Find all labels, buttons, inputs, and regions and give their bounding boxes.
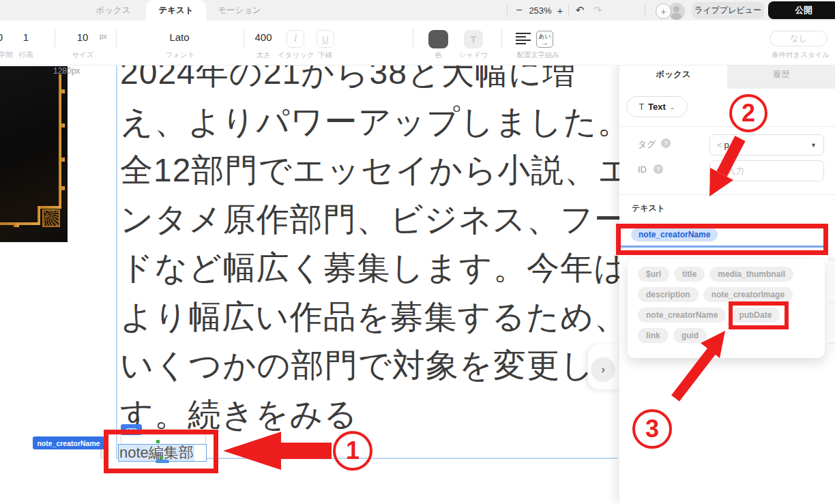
tag-label: タグ (638, 138, 656, 151)
conditional-style-label: 条件付きスタイル (772, 50, 827, 60)
chevron-right-button[interactable]: › (591, 357, 615, 382)
underline-button[interactable]: U (317, 30, 334, 48)
variable-chip[interactable]: guid (673, 328, 707, 343)
paragraph-text-element[interactable]: 2024年の21から38と大幅に増 え、よりパワーアップしました。 全12部門で… (120, 48, 632, 439)
creator-name-badge: note_creatorName (33, 436, 104, 449)
gold-frame-stub (61, 186, 65, 190)
letter-spacing-label: 字間 (0, 50, 14, 60)
panel-collapse-tab: › (588, 344, 619, 389)
font-value[interactable]: Lato (157, 30, 202, 45)
annotation-box-text-input (616, 224, 828, 255)
app-window: 2024年の21から38と大幅に増 え、よりパワーアップしました。 全12部門で… (0, 0, 835, 504)
divider (619, 194, 835, 195)
undo-button[interactable]: ↶ (572, 0, 588, 20)
chevron-down-icon: ⌄ (670, 104, 675, 110)
divider (116, 29, 117, 48)
redo-button[interactable]: ↷ (589, 0, 606, 20)
canvas-width-label: 1280px (53, 66, 80, 76)
text-section-label: テキスト (632, 203, 665, 214)
color-label: 色 (434, 50, 443, 60)
tag-help-icon[interactable]: ? (661, 138, 671, 148)
select-caret-icon: ▼ (810, 142, 817, 149)
italic-label: イタリック (278, 50, 313, 60)
element-type-pill[interactable]: T Text ⌄ (626, 96, 688, 117)
underline-label: 下線 (318, 50, 333, 60)
variable-chip[interactable]: link (638, 328, 669, 343)
gold-frame-stub (61, 89, 65, 93)
gold-frame-stub (61, 123, 65, 128)
kumi-label: 文字組み (529, 50, 561, 60)
tag-select[interactable]: < p ▼ (709, 134, 824, 155)
kumi-arrow-icon: → (542, 40, 548, 46)
divider (507, 4, 508, 16)
text-line: 全12部門でエッセイから小説、エ (120, 146, 632, 195)
divider (413, 29, 413, 48)
element-left-guide (116, 65, 117, 459)
tab-motion[interactable]: モーション (206, 0, 273, 20)
zoom-out-button[interactable]: − (512, 0, 527, 20)
size-label: サイズ (72, 50, 94, 60)
avatar-body (671, 13, 682, 20)
variable-chip[interactable]: $url (638, 267, 669, 282)
variable-dropdown: $urltitlemedia_thumbnaildescriptionnote_… (628, 259, 825, 358)
divider (619, 126, 835, 127)
live-preview-button[interactable]: ライブプレビュー (692, 2, 764, 18)
line-height-value[interactable]: 1 (20, 30, 31, 45)
tag-value: p (724, 140, 729, 150)
panel-background-strip (827, 256, 835, 351)
divider (645, 4, 645, 16)
weight-label: 太さ (256, 50, 271, 60)
gold-frame-stub (61, 158, 65, 162)
divider (501, 29, 502, 48)
line-height-label: 行高 (18, 50, 33, 60)
id-input[interactable] (709, 160, 824, 181)
text-toolbar: 0 字間 1 行高 10 px サイズ Lato フォント 400 太さ I イ… (0, 20, 835, 65)
text-line: いくつかの部門で対象を変更しま (120, 341, 632, 390)
variable-chip[interactable]: media_thumbnail (709, 267, 793, 282)
divider (55, 29, 55, 48)
element-type-label: Text (648, 102, 666, 112)
annotation-number-3: 3 (632, 409, 672, 449)
letter-spacing-value[interactable]: 0 (0, 30, 5, 45)
tag-value-prefix: < (717, 140, 722, 150)
annotation-box-pubdate (729, 301, 789, 329)
divider (568, 4, 569, 16)
size-unit: px (100, 33, 107, 40)
tab-text[interactable]: テキスト (146, 0, 206, 20)
align-button[interactable] (516, 32, 531, 46)
id-label: ID (638, 164, 647, 175)
gold-frame-stub (14, 224, 19, 227)
conditional-style-button[interactable]: なし (770, 31, 827, 46)
id-help-icon[interactable]: ? (654, 164, 663, 174)
variable-chip[interactable]: note_creatorName (638, 308, 726, 323)
text-line: え、よりパワーアップしました。 (120, 98, 632, 147)
weight-value[interactable]: 400 (250, 30, 277, 45)
color-swatch[interactable] (428, 30, 448, 48)
text-line: ンタメ原作部門、ビジネス、フー (120, 195, 632, 244)
kumi-button[interactable]: あい → (536, 31, 553, 48)
thumbnail-image[interactable] (0, 66, 68, 242)
zoom-level: 253% (527, 0, 554, 20)
annotation-number-2: 2 (729, 94, 767, 132)
variable-chip[interactable]: title (674, 267, 705, 282)
text-line: より幅広い作品を募集するため、 (120, 293, 632, 342)
shadow-label: シャドウ (457, 50, 490, 60)
gold-frame-line (38, 206, 61, 209)
shadow-button[interactable]: T (464, 30, 483, 48)
size-value[interactable]: 10 (72, 30, 93, 45)
avatar-head (673, 6, 679, 12)
variable-chip[interactable]: description (638, 287, 699, 302)
font-label: フォント (165, 50, 195, 60)
tab-box[interactable]: ボックス (80, 0, 146, 20)
variable-chip[interactable]: note_creatorImage (703, 287, 793, 302)
zoom-in-button[interactable]: + (553, 0, 568, 20)
text-type-icon: T (639, 102, 644, 112)
italic-button[interactable]: I (287, 30, 304, 48)
gold-fan-ornament (42, 209, 60, 227)
annotation-box-note-text (104, 430, 218, 473)
divider (244, 29, 244, 48)
annotation-number-1: 1 (333, 431, 372, 471)
gold-frame-line (0, 222, 40, 225)
add-member-button[interactable]: + (656, 3, 671, 19)
publish-button[interactable]: 公開 (768, 1, 835, 19)
